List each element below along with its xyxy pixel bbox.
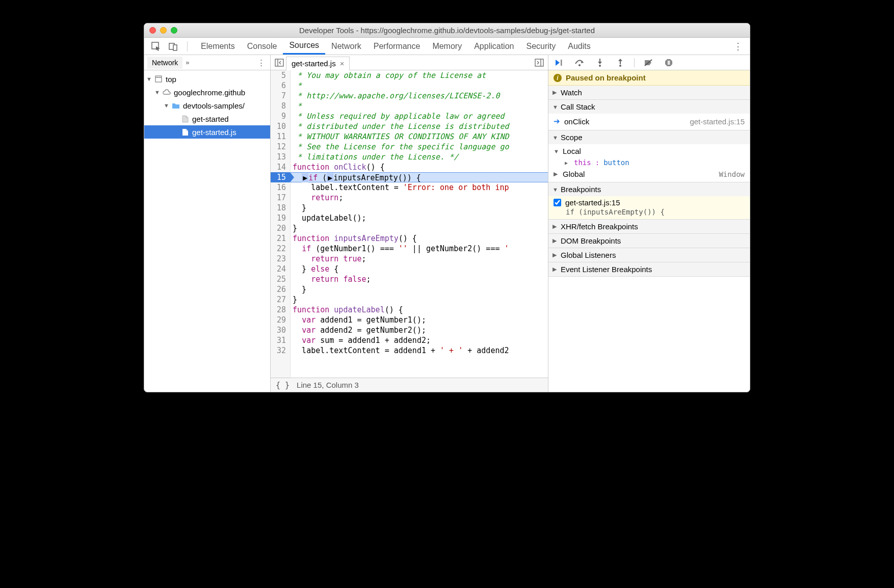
global-listeners-header[interactable]: ▶Global Listeners bbox=[548, 248, 750, 262]
navigator-tab-network[interactable]: Network bbox=[147, 57, 182, 69]
more-tabs-icon[interactable]: » bbox=[186, 59, 189, 66]
navigator-pane: Network » ⋮ ▼ top ▼ googlechrome. bbox=[144, 55, 271, 392]
breakpoint-item[interactable]: get-started.js:15 if (inputsAreEmpty()) … bbox=[548, 196, 750, 219]
window-title: Developer Tools - https://googlechrome.g… bbox=[144, 26, 750, 35]
watch-header[interactable]: ▶Watch bbox=[548, 86, 750, 99]
navigator-menu-icon[interactable]: ⋮ bbox=[255, 58, 267, 67]
callstack-frame[interactable]: ➔ onClick get-started.js:15 bbox=[548, 115, 750, 128]
deactivate-breakpoints-icon[interactable] bbox=[642, 56, 655, 69]
code-area[interactable]: * You may obtain a copy of the License a… bbox=[291, 70, 548, 378]
breakpoint-label: get-started.js:15 bbox=[565, 198, 620, 207]
tree-label: devtools-samples/ bbox=[183, 101, 245, 110]
inspect-element-icon[interactable] bbox=[149, 40, 163, 53]
step-over-icon[interactable] bbox=[573, 56, 586, 69]
global-listeners-section: ▶Global Listeners bbox=[548, 248, 750, 262]
event-listener-breakpoints-section: ▶Event Listener Breakpoints bbox=[548, 262, 750, 277]
panel-tab-performance[interactable]: Performance bbox=[367, 38, 427, 55]
panel-tab-memory[interactable]: Memory bbox=[426, 38, 468, 55]
panel-tab-application[interactable]: Application bbox=[468, 38, 520, 55]
callstack-header[interactable]: ▼Call Stack bbox=[548, 100, 750, 114]
device-mode-icon[interactable] bbox=[167, 40, 180, 53]
tree-label: googlechrome.github bbox=[174, 88, 245, 97]
current-frame-icon: ➔ bbox=[554, 117, 560, 126]
tree-file-html[interactable]: get-started bbox=[144, 112, 270, 125]
titlebar: Developer Tools - https://googlechrome.g… bbox=[144, 23, 750, 38]
tree-domain[interactable]: ▼ googlechrome.github bbox=[144, 86, 270, 99]
breakpoints-section: ▼Breakpoints get-started.js:15 if (input… bbox=[548, 182, 750, 220]
main-toolbar: ElementsConsoleSourcesNetworkPerformance… bbox=[144, 38, 750, 55]
kebab-menu-icon[interactable]: ⋮ bbox=[731, 40, 745, 53]
resume-icon[interactable] bbox=[553, 56, 566, 69]
panel-tab-console[interactable]: Console bbox=[241, 38, 283, 55]
panel-tab-audits[interactable]: Audits bbox=[562, 38, 596, 55]
paused-banner: i Paused on breakpoint bbox=[548, 70, 750, 86]
cursor-position: Line 15, Column 3 bbox=[297, 381, 359, 389]
body: Network » ⋮ ▼ top ▼ googlechrome. bbox=[144, 55, 750, 392]
step-out-icon[interactable] bbox=[614, 56, 627, 69]
zoom-window-button[interactable] bbox=[171, 27, 177, 34]
xhr-breakpoints-section: ▶XHR/fetch Breakpoints bbox=[548, 220, 750, 234]
editor-pane: get-started.js × 56789101112131415161718… bbox=[271, 55, 548, 392]
separator bbox=[187, 41, 188, 51]
tree-label: get-started.js bbox=[192, 128, 236, 137]
file-tab[interactable]: get-started.js × bbox=[286, 57, 350, 70]
svg-point-12 bbox=[599, 65, 601, 67]
svg-point-10 bbox=[579, 64, 581, 66]
xhr-breakpoints-header[interactable]: ▶XHR/fetch Breakpoints bbox=[548, 220, 750, 233]
toggle-navigator-icon[interactable] bbox=[273, 56, 286, 69]
dom-breakpoints-header[interactable]: ▶DOM Breakpoints bbox=[548, 234, 750, 248]
svg-rect-17 bbox=[669, 61, 670, 65]
pretty-print-icon[interactable]: { } bbox=[276, 381, 290, 390]
window-controls bbox=[149, 27, 177, 34]
folder-icon bbox=[172, 101, 180, 110]
callstack-section: ▼Call Stack ➔ onClick get-started.js:15 bbox=[548, 100, 750, 130]
scope-section: ▼Scope ▼Local ▶ this: button ▶Global Win… bbox=[548, 130, 750, 182]
scope-local[interactable]: ▼Local bbox=[548, 145, 750, 157]
file-icon bbox=[181, 115, 189, 123]
frame-location: get-started.js:15 bbox=[690, 117, 745, 126]
file-tab-label: get-started.js bbox=[292, 59, 336, 68]
close-window-button[interactable] bbox=[149, 27, 156, 34]
panel-tab-sources[interactable]: Sources bbox=[283, 38, 325, 55]
cloud-icon bbox=[163, 88, 171, 96]
step-into-icon[interactable] bbox=[593, 56, 607, 69]
breakpoints-header[interactable]: ▼Breakpoints bbox=[548, 182, 750, 196]
svg-rect-2 bbox=[173, 45, 177, 50]
navigator-tabs: Network » ⋮ bbox=[144, 55, 270, 70]
file-icon bbox=[181, 128, 189, 136]
breakpoint-checkbox[interactable] bbox=[554, 199, 561, 206]
file-tree: ▼ top ▼ googlechrome.github ▼ bbox=[144, 70, 270, 392]
panel-tab-elements[interactable]: Elements bbox=[195, 38, 241, 55]
editor-status-bar: { } Line 15, Column 3 bbox=[271, 378, 548, 392]
frame-icon bbox=[154, 75, 163, 83]
frame-function: onClick bbox=[564, 117, 589, 126]
code-editor[interactable]: 5678910111213141516171819202122232425262… bbox=[271, 70, 548, 378]
minimize-window-button[interactable] bbox=[160, 27, 167, 34]
info-icon: i bbox=[554, 74, 562, 82]
close-tab-icon[interactable]: × bbox=[340, 59, 345, 68]
svg-point-14 bbox=[619, 65, 621, 67]
tree-top-frame[interactable]: ▼ top bbox=[144, 72, 270, 86]
debugger-pane: i Paused on breakpoint ▶Watch ▼Call Stac… bbox=[548, 55, 750, 392]
tree-file-js[interactable]: get-started.js bbox=[144, 125, 270, 139]
scope-this[interactable]: ▶ this: button bbox=[548, 157, 750, 168]
svg-rect-16 bbox=[668, 61, 669, 65]
scope-global-value: Window bbox=[719, 170, 745, 178]
dom-breakpoints-section: ▶DOM Breakpoints bbox=[548, 234, 750, 248]
svg-rect-3 bbox=[155, 76, 162, 82]
pause-exceptions-icon[interactable] bbox=[662, 56, 675, 69]
toggle-debugger-icon[interactable] bbox=[533, 56, 546, 69]
line-gutter[interactable]: 5678910111213141516171819202122232425262… bbox=[271, 70, 291, 378]
debugger-toolbar bbox=[548, 55, 750, 70]
editor-tabs: get-started.js × bbox=[271, 55, 548, 70]
tree-folder[interactable]: ▼ devtools-samples/ bbox=[144, 99, 270, 112]
breakpoint-code: if (inputsAreEmpty()) { bbox=[554, 207, 745, 216]
tree-label: get-started bbox=[192, 115, 229, 123]
scope-global[interactable]: ▶Global Window bbox=[548, 168, 750, 180]
svg-rect-9 bbox=[561, 60, 562, 66]
scope-header[interactable]: ▼Scope bbox=[548, 130, 750, 144]
panel-tab-security[interactable]: Security bbox=[520, 38, 562, 55]
panel-tab-network[interactable]: Network bbox=[325, 38, 367, 55]
event-listener-breakpoints-header[interactable]: ▶Event Listener Breakpoints bbox=[548, 262, 750, 276]
devtools-window: Developer Tools - https://googlechrome.g… bbox=[144, 23, 750, 392]
